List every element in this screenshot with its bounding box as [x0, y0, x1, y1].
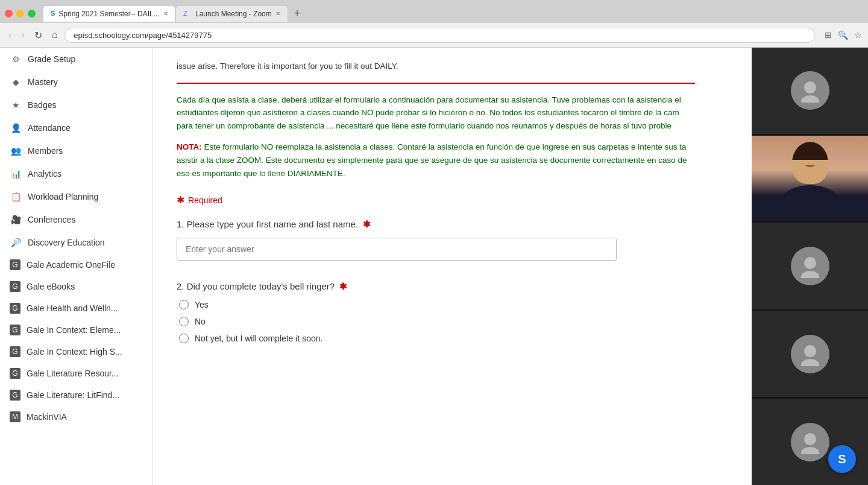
- avatar-silhouette-5: [798, 430, 822, 454]
- mackinvia-icon: M: [10, 411, 20, 422]
- sidebar-label-gale-litfind: Gale Literature: LitFind...: [27, 390, 119, 400]
- radio-option-not-yet[interactable]: Not yet, but I will complete it soon.: [179, 334, 695, 343]
- sidebar-item-members[interactable]: 👥 Members: [0, 139, 152, 162]
- gale-context-high-icon: G: [10, 346, 20, 357]
- grade-setup-icon: ⚙: [10, 53, 22, 65]
- back-button[interactable]: ‹: [6, 28, 14, 42]
- user-badge[interactable]: S: [828, 445, 856, 473]
- sidebar-label-gale-health: Gale Health and Welln...: [27, 303, 118, 313]
- question-1-label: Please type your first name and last nam…: [187, 219, 358, 229]
- sidebar-item-gale-health[interactable]: G Gale Health and Welln...: [0, 297, 152, 319]
- svg-point-1: [801, 95, 819, 103]
- maximize-button[interactable]: [28, 10, 36, 17]
- nota-label: NOTA:: [177, 142, 202, 151]
- question-1-block: 1. Please type your first name and last …: [177, 218, 695, 261]
- question-2-label: Did you complete today's bell ringer?: [187, 281, 335, 291]
- sidebar-label-conferences: Conferences: [28, 215, 75, 224]
- question-1-required-star: ✱: [363, 219, 371, 229]
- browser-toolbar-icons: ⊞ 🔍 ☆: [825, 30, 862, 40]
- sidebar-item-grade-setup[interactable]: ⚙ Grade Setup: [0, 48, 152, 71]
- zoom-avatar-3: [791, 247, 829, 285]
- mastery-icon: ◆: [10, 76, 22, 88]
- gale-context-elem-icon: G: [10, 325, 20, 335]
- zoom-avatar-4: [791, 335, 829, 373]
- required-label-text: Required: [188, 195, 222, 205]
- sidebar-label-gale-academic: Gale Academic OneFile: [27, 260, 115, 270]
- radio-yes-input[interactable]: [179, 300, 189, 309]
- svg-point-3: [801, 271, 819, 278]
- forward-button[interactable]: ›: [19, 28, 27, 42]
- zoom-slot-2-photo: [752, 136, 868, 223]
- radio-not-yet-label: Not yet, but I will complete it soon.: [195, 334, 322, 343]
- sidebar-item-discovery[interactable]: 🔎 Discovery Education: [0, 231, 152, 254]
- radio-option-no[interactable]: No: [179, 317, 695, 326]
- tab-zoom[interactable]: Z Launch Meeting - Zoom ✕: [175, 5, 288, 22]
- sidebar-label-gale-context-elem: Gale In Context: Eleme...: [27, 325, 121, 335]
- gale-lit-resour-icon: G: [10, 368, 20, 379]
- sidebar-item-mackinvia[interactable]: M MackinVIA: [0, 406, 152, 428]
- content-area: issue arise. Therefore it is important f…: [153, 48, 752, 485]
- required-label-row: ✱ Required: [177, 194, 695, 206]
- radio-no-input[interactable]: [179, 317, 189, 326]
- sidebar-item-gale-context-high[interactable]: G Gale In Context: High S...: [0, 341, 152, 363]
- minimize-button[interactable]: [16, 10, 24, 17]
- sidebar-item-workload-planning[interactable]: 📋 Workload Planning: [0, 185, 152, 208]
- person-photo-bg: [752, 136, 868, 222]
- person-body: [780, 185, 840, 221]
- question-1-input[interactable]: [177, 238, 617, 261]
- sidebar-item-badges[interactable]: ★ Badges: [0, 94, 152, 116]
- tab-favicon-schoology: S: [51, 10, 55, 18]
- home-button[interactable]: ⌂: [49, 28, 60, 42]
- radio-not-yet-input[interactable]: [179, 334, 189, 343]
- radio-option-yes[interactable]: Yes: [179, 300, 695, 309]
- refresh-button[interactable]: ↻: [32, 28, 45, 42]
- paragraph1: Cada día que asista a clase, deberá util…: [177, 94, 695, 133]
- avatar-silhouette-1: [798, 78, 822, 103]
- svg-point-4: [804, 345, 816, 357]
- sidebar-label-attendance: Attendance: [28, 123, 71, 133]
- sidebar-item-analytics[interactable]: 📊 Analytics: [0, 162, 152, 185]
- question-2-required-star: ✱: [339, 281, 347, 291]
- sidebar-label-discovery: Discovery Education: [28, 238, 105, 247]
- sidebar-label-analytics: Analytics: [28, 169, 61, 179]
- zoom-avatar-5: [791, 423, 829, 461]
- sidebar-label-gale-lit-resour: Gale Literature Resour...: [27, 369, 119, 378]
- avatar-silhouette-4: [798, 342, 822, 366]
- nota-text: Este formulario NO reemplaza la asistenc…: [177, 142, 687, 177]
- gale-health-icon: G: [10, 303, 20, 314]
- attendance-icon: 👤: [10, 122, 22, 134]
- person-hair: [792, 142, 828, 160]
- address-bar[interactable]: episd.schoology.com/page/4514279775: [64, 28, 815, 43]
- sidebar-item-conferences[interactable]: 🎥 Conferences: [0, 208, 152, 231]
- badges-icon: ★: [10, 99, 22, 111]
- gale-litfind-icon: G: [10, 390, 20, 401]
- sidebar-item-attendance[interactable]: 👤 Attendance: [0, 116, 152, 139]
- sidebar-item-gale-ebooks[interactable]: G Gale eBooks: [0, 276, 152, 297]
- sidebar-item-gale-context-elem[interactable]: G Gale In Context: Eleme...: [0, 319, 152, 341]
- extensions-icon[interactable]: ⊞: [825, 30, 832, 40]
- sidebar-item-gale-literature-resour[interactable]: G Gale Literature Resour...: [0, 363, 152, 384]
- sidebar-item-gale-academic[interactable]: G Gale Academic OneFile: [0, 254, 152, 276]
- zoom-icon[interactable]: 🔍: [838, 30, 848, 40]
- zoom-panel: [752, 48, 868, 485]
- sidebar-label-badges: Badges: [28, 100, 56, 110]
- sidebar-label-mackinvia: MackinVIA: [27, 412, 67, 422]
- traffic-lights: [5, 10, 36, 17]
- zoom-slot-1: [752, 48, 868, 135]
- sidebar-item-mastery[interactable]: ◆ Mastery: [0, 71, 152, 94]
- sidebar-item-gale-literature-litfind[interactable]: G Gale Literature: LitFind...: [0, 384, 152, 406]
- nota-paragraph: NOTA: Este formulario NO reemplaza la as…: [177, 141, 695, 180]
- svg-point-7: [801, 447, 819, 454]
- sidebar-label-mastery: Mastery: [28, 77, 58, 87]
- close-button[interactable]: [5, 10, 13, 17]
- bookmark-icon[interactable]: ☆: [854, 30, 862, 40]
- tab-close-zoom[interactable]: ✕: [275, 10, 280, 17]
- browser-chrome: S Spring 2021 Semester-- DAIL... ✕ Z Lau…: [0, 0, 868, 48]
- svg-point-0: [804, 81, 816, 94]
- new-tab-button[interactable]: +: [291, 6, 304, 21]
- question-2-number: 2.: [177, 281, 184, 291]
- workload-icon: 📋: [10, 191, 22, 203]
- tab-spring-2021[interactable]: S Spring 2021 Semester-- DAIL... ✕: [43, 5, 175, 22]
- gale-ebooks-icon: G: [10, 281, 20, 292]
- tab-close-spring[interactable]: ✕: [163, 10, 168, 17]
